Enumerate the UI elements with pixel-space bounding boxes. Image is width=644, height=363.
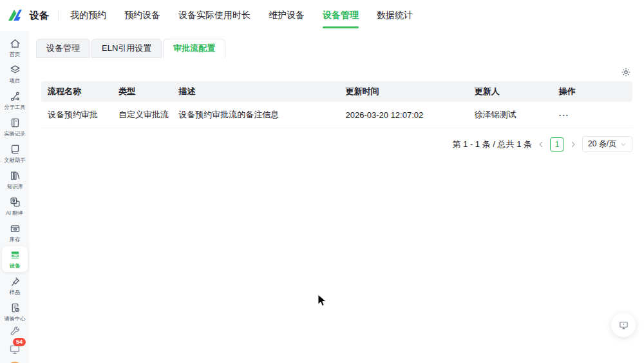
sidebar-item-ai-translate[interactable]: AI 翻译 [2,193,28,219]
home-icon [10,38,21,49]
column-header-type: 类型 [112,81,172,102]
sidebar-item-label: 项目 [10,77,21,83]
notebook-icon [10,117,21,128]
sidebar-item-molecule-tools[interactable]: 分子工具 [2,88,28,113]
sidebar-item-label: 设备 [10,262,21,268]
sidebar-item-equipment[interactable]: 设备 [2,246,28,272]
nav-item-actual-usage[interactable]: 设备实际使用时长 [178,0,251,31]
clipboard-icon [10,302,21,313]
feedback-monitor-icon [618,320,629,331]
sidebar-item-samples[interactable]: 样品 [2,273,28,299]
page-size-value: 20 条/页 [588,139,616,150]
nav-item-data-statistics[interactable]: 数据统计 [377,0,413,31]
main-content: 设备管理 ELN引用设置 审批流配置 流程名称 类型 描述 [30,31,644,363]
sidebar-item-literature-assistant[interactable]: 文献助手 [2,141,28,166]
brand-logo-icon [6,6,24,25]
gear-icon [621,67,631,77]
book-icon [10,144,21,155]
chevron-left-icon [537,141,545,148]
pagination-summary: 第 1 - 1 条 / 总共 1 条 [452,139,532,150]
feedback-floating-button[interactable] [611,313,636,337]
row-more-actions-button[interactable]: ··· [559,110,569,120]
sidebar-item-inspection-center[interactable]: 请验中心 [2,299,28,325]
tab-equipment-management[interactable]: 设备管理 [36,39,90,58]
nav-item-my-reservations[interactable]: 我的预约 [70,0,106,31]
cell-process-name: 设备预约审批 [41,102,112,128]
cell-update-time: 2026-03-20 12:07:02 [339,102,468,128]
prev-page-button[interactable] [537,141,545,148]
sub-tabs: 设备管理 ELN引用设置 审批流配置 [30,31,644,58]
sidebar-item-label: 实验记录 [4,130,25,136]
page-number-1[interactable]: 1 [550,137,564,152]
sidebar-item-label: 知识库 [7,183,23,189]
table-row: 设备预约审批 自定义审批流 设备预约审批流的备注信息 2026-03-20 12… [41,102,632,128]
sample-dropper-icon [10,276,21,287]
message-center-button[interactable]: 54 [9,344,21,355]
sidebar-item-label: 首页 [10,51,21,57]
column-header-description: 描述 [172,81,339,102]
table-toolbar [30,58,644,81]
column-header-updater: 更新人 [468,81,553,102]
table-settings-button[interactable] [621,67,631,77]
sidebar-item-label: AI 翻译 [6,210,24,215]
sidebar-item-knowledge-base[interactable]: 知识库 [2,167,28,193]
sidebar-item-label: 库存 [10,236,21,242]
chevron-down-icon [620,141,627,148]
chevron-right-icon [569,141,577,148]
app-root: 设备 我的预约 预约设备 设备实际使用时长 维护设备 设备管理 数据统计 首页 … [0,0,644,363]
layers-icon [10,64,21,75]
column-header-process-name: 流程名称 [41,81,112,102]
module-title[interactable]: 设备 [30,10,49,22]
tab-approval-flow-config[interactable]: 审批流配置 [163,39,225,58]
app-logo[interactable] [0,6,30,25]
approval-flow-table: 流程名称 类型 描述 更新时间 更新人 操作 设备预约审批 自定义审批流 设备预… [41,81,632,128]
sidebar-item-home[interactable]: 首页 [2,35,28,61]
column-header-update-time: 更新时间 [339,81,468,102]
tab-eln-reference-settings[interactable]: ELN引用设置 [91,39,162,58]
tools-wrench-button[interactable] [9,326,21,337]
equipment-icon [10,250,21,260]
sidebar-item-label: 分子工具 [4,104,25,110]
column-header-actions: 操作 [553,81,632,102]
translate-icon [10,197,21,208]
approval-flow-table-wrap: 流程名称 类型 描述 更新时间 更新人 操作 设备预约审批 自定义审批流 设备预… [30,81,644,128]
box-icon [10,223,21,234]
top-nav: 我的预约 预约设备 设备实际使用时长 维护设备 设备管理 数据统计 [70,0,431,31]
nav-item-reserve-equipment[interactable]: 预约设备 [124,0,160,31]
wrench-icon [9,326,21,337]
sidebar-item-experiment-records[interactable]: 实验记录 [2,114,28,140]
library-icon [10,170,21,181]
sidebar-item-label: 样品 [10,289,21,295]
table-header-row: 流程名称 类型 描述 更新时间 更新人 操作 [41,81,632,102]
pagination: 第 1 - 1 条 / 总共 1 条 1 20 条/页 [30,128,644,152]
sidebar-item-projects[interactable]: 项目 [2,61,28,87]
next-page-button[interactable] [569,141,577,148]
app-sidebar: 首页 项目 分子工具 实验记录 文献助手 知识库 AI 翻译 库存 [0,31,30,363]
sidebar-bottom-group: 54 测试 [7,326,23,363]
cell-updater: 徐泽锦测试 [468,102,553,128]
cell-description: 设备预约审批流的备注信息 [172,102,339,128]
nav-divider [58,11,59,20]
molecule-icon [10,91,21,102]
sidebar-item-label: 文献助手 [4,157,25,162]
nav-item-equipment-management[interactable]: 设备管理 [323,0,359,31]
top-header: 设备 我的预约 预约设备 设备实际使用时长 维护设备 设备管理 数据统计 [0,0,644,31]
sidebar-item-inventory[interactable]: 库存 [2,220,28,246]
sidebar-item-label: 请验中心 [4,315,25,321]
cell-type: 自定义审批流 [112,102,172,128]
nav-item-maintain-equipment[interactable]: 维护设备 [269,0,305,31]
page-size-select[interactable]: 20 条/页 [582,136,632,152]
notification-badge: 54 [13,338,26,346]
